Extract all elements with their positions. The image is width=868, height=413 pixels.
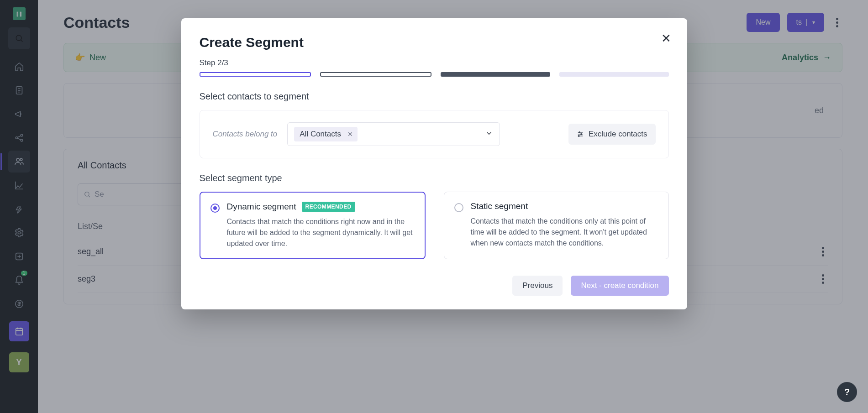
sliders-icon — [577, 131, 584, 138]
next-button[interactable]: Next - create condition — [571, 276, 668, 296]
contacts-chip: All Contacts ✕ — [294, 127, 358, 141]
exclude-contacts-button[interactable]: Exclude contacts — [568, 124, 656, 145]
step-2b-bar — [441, 72, 550, 77]
contacts-selector-box: Contacts belong to All Contacts ✕ Exclud… — [200, 110, 669, 158]
select-type-heading: Select segment type — [200, 173, 669, 183]
dynamic-description: Contacts that match the conditions right… — [227, 216, 415, 249]
step-progress — [200, 72, 669, 77]
chevron-down-icon[interactable] — [485, 129, 493, 139]
select-contacts-heading: Select contacts to segment — [200, 91, 669, 102]
close-icon[interactable]: ✕ — [659, 31, 673, 46]
radio-unselected-icon — [454, 203, 463, 212]
dynamic-segment-option[interactable]: Dynamic segment RECOMMENDED Contacts tha… — [200, 192, 426, 259]
static-segment-option[interactable]: Static segment Contacts that match the c… — [444, 192, 669, 259]
svg-point-28 — [581, 134, 582, 135]
svg-point-27 — [579, 132, 580, 133]
step-2-bar — [320, 72, 431, 77]
step-1-bar — [200, 72, 311, 77]
recommended-badge: RECOMMENDED — [302, 202, 355, 212]
step-indicator: Step 2/3 — [200, 58, 669, 68]
modal-overlay[interactable]: Create Segment ✕ Step 2/3 Select contact… — [0, 0, 868, 413]
static-title: Static segment — [471, 201, 528, 211]
dynamic-title: Dynamic segment — [227, 202, 296, 212]
previous-button[interactable]: Previous — [512, 276, 563, 296]
contacts-belong-label: Contacts belong to — [213, 130, 278, 139]
svg-point-29 — [578, 136, 579, 137]
static-description: Contacts that match the conditions only … — [471, 216, 658, 249]
create-segment-modal: Create Segment ✕ Step 2/3 Select contact… — [181, 18, 687, 309]
modal-title: Create Segment — [200, 35, 669, 50]
radio-selected-icon — [210, 204, 220, 213]
contacts-multiselect[interactable]: All Contacts ✕ — [287, 122, 500, 146]
chip-remove-icon[interactable]: ✕ — [346, 131, 355, 138]
help-fab[interactable]: ? — [837, 382, 857, 402]
step-3-bar — [559, 72, 669, 77]
